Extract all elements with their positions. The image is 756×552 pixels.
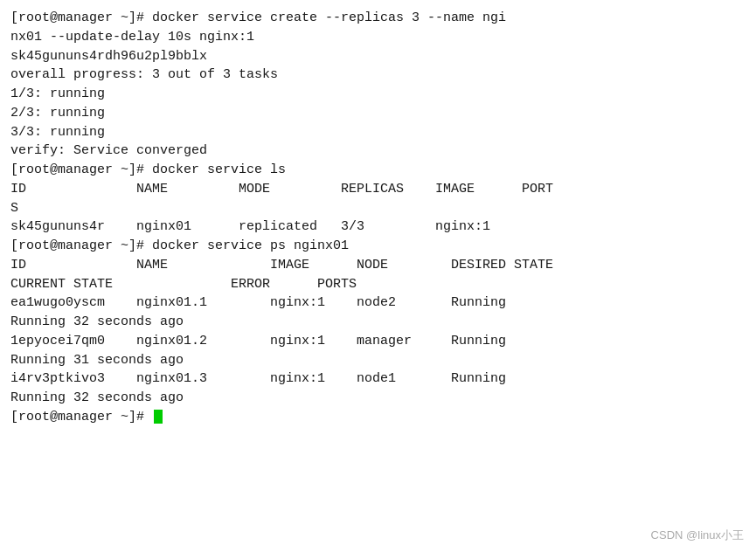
terminal-window: [root@manager ~]# docker service create … <box>0 0 756 552</box>
line-2: nx01 --update-delay 10s nginx:1 <box>10 30 254 45</box>
line-17: Running 32 seconds ago <box>10 314 184 329</box>
watermark-text: CSDN @linux小王 <box>651 528 744 543</box>
line-3: sk45gununs4rdh96u2pl9bblx <box>10 49 207 64</box>
line-1: [root@manager ~]# docker service create … <box>10 10 506 25</box>
line-21: Running 32 seconds ago <box>10 390 184 405</box>
line-16: ea1wugo0yscm nginx01.1 nginx:1 node2 Run… <box>10 295 506 310</box>
line-10: ID NAME MODE REPLICAS IMAGE PORT <box>10 182 553 197</box>
line-18: 1epyocei7qm0 nginx01.2 nginx:1 manager R… <box>10 334 506 348</box>
line-20: i4rv3ptkivo3 nginx01.3 nginx:1 node1 Run… <box>10 371 506 386</box>
line-4: overall progress: 3 out of 3 tasks <box>10 67 278 82</box>
line-9: [root@manager ~]# docker service ls <box>10 162 286 177</box>
terminal-cursor <box>154 410 163 424</box>
line-5: 1/3: running <box>10 86 105 101</box>
line-19: Running 31 seconds ago <box>10 353 184 368</box>
line-15: CURRENT STATE ERROR PORTS <box>10 277 357 292</box>
line-8: verify: Service converged <box>10 143 207 158</box>
line-7: 3/3: running <box>10 125 105 140</box>
line-14: ID NAME IMAGE NODE DESIRED STATE <box>10 258 553 273</box>
line-6: 2/3: running <box>10 106 105 121</box>
line-13: [root@manager ~]# docker service ps ngin… <box>10 238 349 253</box>
terminal-output: [root@manager ~]# docker service create … <box>10 9 746 427</box>
line-11: S <box>10 201 18 216</box>
line-12: sk45gununs4r nginx01 replicated 3/3 ngin… <box>10 219 490 234</box>
line-22: [root@manager ~]# <box>10 410 163 424</box>
